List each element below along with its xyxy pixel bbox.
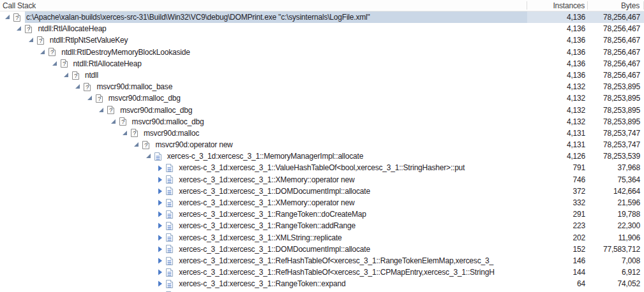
- frame-label: c:\Apache\xalan-builds\xerces-src-31\Bui…: [25, 11, 527, 23]
- frame-label: msvcr90d:malloc_dbg: [131, 116, 527, 128]
- column-header-row: Call Stack Instances Bytes: [0, 0, 644, 11]
- frame-label: ntdll:RtlpNtSetValueKey: [49, 34, 527, 46]
- instances-value: 4,131: [527, 128, 588, 139]
- svg-text:?: ?: [121, 118, 124, 125]
- call-stack-tree-row[interactable]: ? ntdll:RtlAllocateHeap 4,136 78,256,467: [0, 23, 644, 34]
- call-stack-tree-row[interactable]: ? ntdll 4,136 78,256,467: [0, 69, 644, 81]
- expanded-arrow-icon[interactable]: [87, 96, 95, 101]
- frame-label: ntdll:RtlAllocateHeap: [36, 23, 527, 34]
- instances-value: 4,132: [527, 81, 588, 92]
- collapsed-arrow-icon[interactable]: [158, 246, 165, 252]
- call-stack-tree-row[interactable]: ? c:\Apache\xalan-builds\xerces-src-31\B…: [0, 11, 644, 23]
- frame-label: ntdll: [84, 69, 527, 81]
- call-stack-tree-row[interactable]: ? msvcr90d:malloc_dbg 4,132 78,253,895: [0, 105, 644, 116]
- expanded-arrow-icon[interactable]: [146, 154, 154, 159]
- bytes-value: 78,256,467: [588, 34, 644, 46]
- instances-value: 4,132: [527, 116, 588, 128]
- instances-value: 202: [527, 232, 588, 244]
- expanded-arrow-icon[interactable]: [134, 142, 142, 147]
- expanded-arrow-icon[interactable]: [75, 84, 83, 89]
- collapsed-arrow-icon[interactable]: [158, 200, 165, 206]
- call-stack-tree-row[interactable]: xerces-c_3_1d:xercesc_3_1::XMemory::oper…: [0, 174, 644, 186]
- call-stack-tree-row[interactable]: xerces-c_3_1d:xercesc_3_1::RangeToken::d…: [0, 208, 644, 220]
- instances-value: 4,136: [527, 34, 588, 46]
- collapsed-arrow-icon[interactable]: [158, 281, 165, 287]
- collapsed-arrow-icon[interactable]: [158, 269, 165, 275]
- bytes-value: 37,968: [588, 162, 644, 173]
- collapsed-arrow-icon[interactable]: [158, 235, 165, 241]
- frame-label: xerces-c_3_1d:xercesc_3_1::MemoryManager…: [166, 150, 527, 162]
- bytes-value: 19,788: [588, 208, 644, 220]
- call-stack-tree-row[interactable]: ? msvcr90d:operator new 4,131 78,253,747: [0, 139, 644, 150]
- frame-label: xerces-c_3_1d:xercesc_3_1::RangeToken::e…: [177, 278, 527, 289]
- call-stack-tree-row[interactable]: xerces-c_3_1d:xercesc_3_1::DOMDocumentIm…: [0, 244, 644, 255]
- bytes-value: 78,256,467: [588, 11, 644, 23]
- unknown-module-icon: ?: [36, 36, 45, 45]
- column-header-instances[interactable]: Instances: [527, 1, 588, 10]
- unknown-module-icon: ?: [71, 71, 80, 80]
- expanded-arrow-icon[interactable]: [5, 15, 13, 20]
- call-stack-panel: Call Stack Instances Bytes ? c:\Apache\x…: [0, 0, 644, 292]
- call-stack-tree-row[interactable]: ? msvcr90d:malloc_base 4,132 78,253,895: [0, 81, 644, 92]
- column-header-call-stack[interactable]: Call Stack: [0, 1, 527, 10]
- call-stack-tree-row[interactable]: xerces-c_3_1d:xercesc_3_1::RefHashTableO…: [0, 266, 644, 278]
- expanded-arrow-icon[interactable]: [99, 108, 107, 113]
- expanded-arrow-icon[interactable]: [52, 61, 60, 66]
- call-stack-tree-row[interactable]: xerces-c_3_1d:xercesc_3_1::ValueHashTabl…: [0, 162, 644, 173]
- unknown-module-icon: ?: [24, 24, 33, 34]
- document-icon: [154, 152, 162, 161]
- svg-text:?: ?: [27, 26, 30, 33]
- document-icon: [165, 221, 174, 231]
- call-stack-tree-row[interactable]: [0, 290, 644, 292]
- bytes-value: 74,052: [588, 278, 644, 289]
- collapsed-arrow-icon[interactable]: [158, 188, 165, 194]
- expanded-arrow-icon[interactable]: [40, 50, 48, 55]
- call-stack-tree-row[interactable]: ? msvcr90d:malloc_dbg 4,132 78,253,895: [0, 92, 644, 104]
- call-stack-tree-row[interactable]: xerces-c_3_1d:xercesc_3_1::MemoryManager…: [0, 150, 644, 162]
- call-stack-tree-row[interactable]: ? ntdll:RtlDestroyMemoryBlockLookaside 4…: [0, 47, 644, 58]
- frame-label: xerces-c_3_1d:xercesc_3_1::DOMDocumentIm…: [177, 186, 527, 197]
- expanded-arrow-icon[interactable]: [17, 26, 24, 31]
- frame-label: xerces-c_3_1d:xercesc_3_1::XMemory::oper…: [177, 174, 527, 186]
- call-stack-tree-row[interactable]: ? ntdll:RtlAllocateHeap 4,136 78,256,467: [0, 58, 644, 69]
- bytes-value: [588, 290, 644, 292]
- call-stack-tree-row[interactable]: xerces-c_3_1d:xercesc_3_1::DOMDocumentIm…: [0, 186, 644, 197]
- column-header-call-stack-label: Call Stack: [3, 1, 36, 10]
- frame-label: msvcr90d:malloc_dbg: [107, 92, 527, 104]
- collapsed-arrow-icon[interactable]: [158, 177, 165, 183]
- document-icon: [165, 244, 174, 254]
- expanded-arrow-icon[interactable]: [123, 131, 130, 136]
- collapsed-arrow-icon[interactable]: [158, 223, 165, 229]
- call-stack-tree-row[interactable]: ? msvcr90d:malloc_dbg 4,132 78,253,895: [0, 116, 644, 128]
- collapsed-arrow-icon[interactable]: [158, 165, 165, 172]
- instances-value: 146: [527, 255, 588, 266]
- column-header-bytes-label: Bytes: [621, 1, 640, 10]
- svg-text:?: ?: [50, 48, 54, 55]
- svg-text:?: ?: [86, 84, 89, 91]
- expanded-arrow-icon[interactable]: [64, 73, 71, 78]
- bytes-value: 78,253,895: [588, 116, 644, 128]
- bytes-value: 78,253,895: [588, 92, 644, 104]
- column-header-bytes[interactable]: Bytes: [588, 1, 644, 10]
- call-stack-tree-row[interactable]: xerces-c_3_1d:xercesc_3_1::RefHashTableO…: [0, 255, 644, 266]
- bytes-value: 78,253,747: [588, 128, 644, 139]
- collapsed-arrow-icon[interactable]: [158, 211, 165, 217]
- collapsed-arrow-icon[interactable]: [158, 258, 165, 264]
- document-icon: [165, 268, 174, 277]
- bytes-value: 6,912: [588, 266, 644, 278]
- instances-value: 4,136: [527, 11, 588, 23]
- frame-label: xerces-c_3_1d:xercesc_3_1::RefHashTableO…: [177, 266, 527, 278]
- unknown-module-icon: ?: [83, 82, 91, 92]
- bytes-value: 78,253,747: [588, 139, 644, 150]
- call-stack-tree-row[interactable]: ? ntdll:RtlpNtSetValueKey 4,136 78,256,4…: [0, 34, 644, 46]
- call-stack-tree-row[interactable]: ? msvcr90d:malloc 4,131 78,253,747: [0, 128, 644, 139]
- expanded-arrow-icon[interactable]: [111, 119, 119, 124]
- call-stack-tree-row[interactable]: xerces-c_3_1d:xercesc_3_1::RangeToken::a…: [0, 220, 644, 231]
- bytes-value: 11,906: [588, 232, 644, 244]
- frame-label: xerces-c_3_1d:xercesc_3_1::RangeToken::d…: [177, 208, 527, 220]
- expanded-arrow-icon[interactable]: [29, 38, 36, 43]
- call-stack-tree-row[interactable]: xerces-c_3_1d:xercesc_3_1::XMLString::re…: [0, 232, 644, 244]
- call-stack-tree-row[interactable]: xerces-c_3_1d:xercesc_3_1::RangeToken::e…: [0, 278, 644, 289]
- frame-label: msvcr90d:malloc_dbg: [119, 105, 527, 116]
- call-stack-tree-row[interactable]: xerces-c_3_1d:xercesc_3_1::XMemory::oper…: [0, 197, 644, 208]
